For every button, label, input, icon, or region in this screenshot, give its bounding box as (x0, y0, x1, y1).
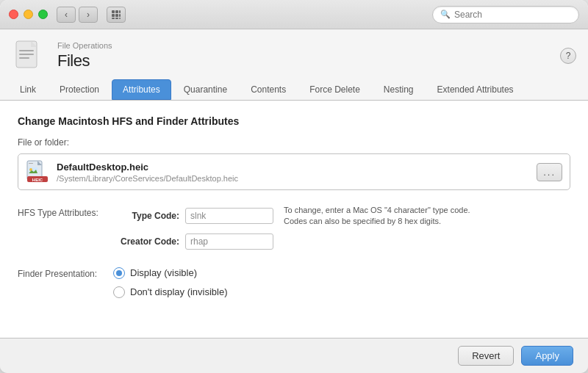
help-button[interactable]: ? (560, 48, 576, 64)
svg-rect-1 (115, 10, 118, 13)
svg-rect-5 (119, 14, 121, 17)
window: ‹ › 🔍 (0, 0, 588, 373)
tab-extended-attributes[interactable]: Extended Attributes (426, 79, 525, 100)
header-text: File Operations Files (57, 41, 560, 70)
titlebar: ‹ › 🔍 (0, 0, 588, 29)
hfs-section-label: HFS Type Attributes: (18, 205, 113, 218)
section-title: Change Macintosh HFS and Finder Attribut… (18, 115, 570, 127)
hfs-hint: To change, enter a Mac OS "4 character" … (284, 205, 470, 228)
svg-rect-14 (19, 57, 29, 59)
header-title: Files (57, 51, 560, 70)
radio-display-dot (116, 270, 122, 276)
creator-code-label: Creator Code: (113, 236, 179, 247)
search-icon: 🔍 (440, 10, 451, 19)
svg-rect-17 (29, 163, 33, 164)
finder-options: Display (visible) Don't display (invisib… (113, 267, 228, 298)
file-picker-info: DefaultDesktop.heic /System/Library/Core… (57, 162, 537, 183)
maximize-button[interactable] (38, 10, 48, 19)
nav-buttons: ‹ › (57, 7, 98, 23)
file-folder-label: File or folder: (18, 137, 570, 148)
revert-button[interactable]: Revert (458, 346, 514, 366)
svg-rect-3 (112, 14, 115, 17)
finder-section: Finder Presentation: Display (visible) D… (18, 267, 570, 298)
radio-hide-label: Don't display (invisible) (130, 286, 228, 297)
svg-rect-6 (112, 18, 115, 19)
tabs-bar: Link Protection Attributes Quarantine Co… (0, 79, 588, 101)
forward-button[interactable]: › (79, 7, 98, 23)
tab-quarantine[interactable]: Quarantine (173, 79, 238, 100)
creator-code-input[interactable] (185, 233, 273, 250)
traffic-lights (9, 10, 48, 19)
hfs-section: HFS Type Attributes: Type Code: To chang… (18, 205, 570, 256)
radio-hide-circle[interactable] (113, 286, 125, 298)
radio-display-circle[interactable] (113, 267, 125, 279)
header-category: File Operations (57, 41, 560, 50)
tab-contents[interactable]: Contents (240, 79, 297, 100)
file-path: /System/Library/CoreServices/DefaultDesk… (57, 174, 537, 183)
file-type-icon: HEIC (26, 160, 49, 184)
tab-protection[interactable]: Protection (49, 79, 110, 100)
tab-attributes[interactable]: Attributes (112, 79, 171, 100)
radio-display-label: Display (visible) (130, 267, 197, 278)
search-input[interactable] (454, 10, 571, 20)
main-content: Change Macintosh HFS and Finder Attribut… (0, 101, 588, 338)
svg-rect-2 (119, 10, 121, 13)
svg-text:HEIC: HEIC (32, 178, 43, 182)
tab-link[interactable]: Link (9, 79, 47, 100)
apply-button[interactable]: Apply (521, 346, 573, 366)
close-button[interactable] (9, 10, 18, 19)
radio-hide[interactable]: Don't display (invisible) (113, 286, 228, 298)
grid-button[interactable] (107, 7, 126, 23)
svg-rect-4 (115, 14, 118, 17)
svg-rect-0 (112, 10, 115, 13)
footer: Revert Apply (0, 338, 588, 373)
file-picker-browse-button[interactable]: ... (537, 163, 562, 181)
svg-rect-8 (119, 18, 121, 19)
tab-nesting[interactable]: Nesting (373, 79, 425, 100)
file-picker[interactable]: HEIC DefaultDesktop.heic /System/Library… (18, 153, 570, 190)
app-icon (12, 38, 47, 73)
svg-rect-7 (115, 18, 118, 19)
minimize-button[interactable] (24, 10, 33, 19)
back-button[interactable]: ‹ (57, 7, 76, 23)
hfs-fields: Type Code: To change, enter a Mac OS "4 … (113, 205, 570, 256)
type-code-row: Type Code: To change, enter a Mac OS "4 … (113, 205, 570, 228)
type-code-input[interactable] (185, 208, 273, 224)
type-code-label: Type Code: (113, 211, 179, 221)
header-area: File Operations Files ? (0, 29, 588, 79)
creator-code-row: Creator Code: (113, 233, 570, 250)
tab-force-delete[interactable]: Force Delete (298, 79, 371, 100)
radio-display[interactable]: Display (visible) (113, 267, 228, 279)
svg-rect-12 (19, 50, 34, 51)
file-name: DefaultDesktop.heic (57, 162, 537, 173)
svg-rect-13 (19, 54, 34, 55)
search-bar[interactable]: 🔍 (432, 6, 579, 23)
finder-label: Finder Presentation: (18, 267, 113, 279)
